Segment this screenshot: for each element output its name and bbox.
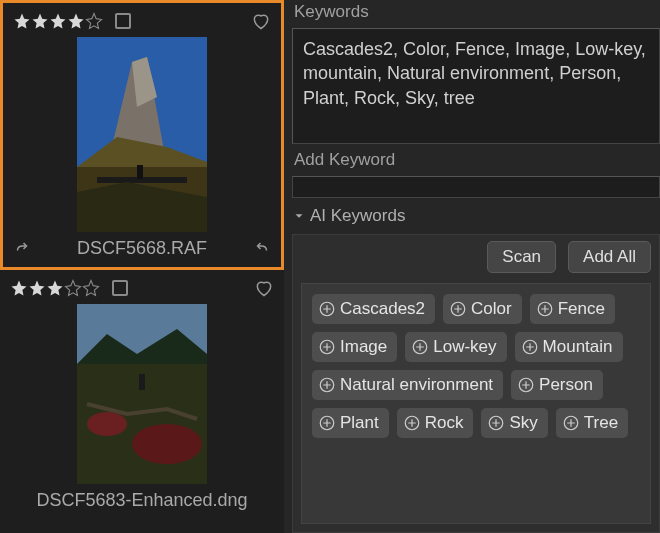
star-icon — [10, 279, 28, 297]
star-icon — [82, 279, 100, 297]
add-icon — [411, 338, 429, 356]
star-icon — [85, 12, 103, 30]
thumbnail-filename: DSCF5668.RAF — [31, 238, 253, 259]
heart-icon[interactable] — [251, 11, 271, 31]
tag-label: Rock — [425, 413, 464, 433]
ai-keywords-disclosure[interactable]: AI Keywords — [292, 204, 660, 228]
tag-label: Color — [471, 299, 512, 319]
star-icon — [28, 279, 46, 297]
add-icon — [562, 414, 580, 432]
ai-keyword-tag[interactable]: Low-key — [405, 332, 506, 362]
tag-label: Plant — [340, 413, 379, 433]
keywords-label: Keywords — [292, 2, 660, 22]
thumbnail-image[interactable] — [77, 304, 207, 484]
thumbnail-footer: DSCF5668.RAF — [9, 232, 275, 261]
thumbnail-card[interactable]: DSCF5668.RAF — [0, 0, 284, 270]
add-icon — [449, 300, 467, 318]
tag-label: Mountain — [543, 337, 613, 357]
thumbnail-footer: DSCF5683-Enhanced.dng — [6, 484, 278, 513]
svg-rect-6 — [137, 165, 143, 179]
add-icon — [403, 414, 421, 432]
star-icon — [67, 12, 85, 30]
tag-label: Fence — [558, 299, 605, 319]
add-icon — [318, 376, 336, 394]
ai-keyword-tag[interactable]: Natural environment — [312, 370, 503, 400]
ai-keyword-tag[interactable]: Rock — [397, 408, 474, 438]
add-icon — [318, 338, 336, 356]
star-icon — [49, 12, 67, 30]
ai-keyword-tag[interactable]: Image — [312, 332, 397, 362]
thumbnail-header — [9, 9, 275, 37]
star-icon — [13, 12, 31, 30]
heart-icon[interactable] — [254, 278, 274, 298]
metadata-panel: Keywords Cascades2, Color, Fence, Image,… — [284, 0, 660, 533]
tag-label: Image — [340, 337, 387, 357]
tag-label: Person — [539, 375, 593, 395]
undo-arrow-icon[interactable] — [13, 240, 31, 258]
add-icon — [536, 300, 554, 318]
ai-keyword-tag[interactable]: Sky — [481, 408, 547, 438]
star-icon — [64, 279, 82, 297]
add-keyword-input[interactable] — [292, 176, 660, 198]
svg-point-11 — [132, 424, 202, 464]
tag-label: Sky — [509, 413, 537, 433]
ai-keywords-label: AI Keywords — [310, 206, 405, 226]
add-icon — [487, 414, 505, 432]
keywords-field[interactable]: Cascades2, Color, Fence, Image, Low-key,… — [292, 28, 660, 144]
add-icon — [517, 376, 535, 394]
ai-keyword-tag[interactable]: Tree — [556, 408, 628, 438]
rating-stars[interactable] — [13, 12, 103, 30]
ai-actions-row: Scan Add All — [301, 241, 651, 273]
svg-rect-13 — [139, 374, 145, 390]
flag-checkbox[interactable] — [112, 280, 128, 296]
thumbnail-browser: DSCF5668.RAF DSCF5 — [0, 0, 284, 533]
star-icon — [31, 12, 49, 30]
scan-button[interactable]: Scan — [487, 241, 556, 273]
tag-label: Cascades2 — [340, 299, 425, 319]
ai-tags-area: Cascades2ColorFenceImageLow-keyMountainN… — [301, 283, 651, 524]
ai-keyword-tag[interactable]: Plant — [312, 408, 389, 438]
ai-keyword-tag[interactable]: Fence — [530, 294, 615, 324]
flag-checkbox[interactable] — [115, 13, 131, 29]
add-keyword-label: Add Keyword — [292, 150, 660, 170]
thumbnail-image[interactable] — [77, 37, 207, 232]
ai-keyword-tag[interactable]: Cascades2 — [312, 294, 435, 324]
thumbnail-card[interactable]: DSCF5683-Enhanced.dng — [0, 270, 284, 519]
ai-keyword-tag[interactable]: Mountain — [515, 332, 623, 362]
tag-label: Tree — [584, 413, 618, 433]
ai-keywords-panel: Scan Add All Cascades2ColorFenceImageLow… — [292, 234, 660, 533]
tag-label: Low-key — [433, 337, 496, 357]
add-icon — [318, 300, 336, 318]
ai-keyword-tag[interactable]: Color — [443, 294, 522, 324]
add-icon — [521, 338, 539, 356]
tag-label: Natural environment — [340, 375, 493, 395]
star-icon — [46, 279, 64, 297]
rating-stars[interactable] — [10, 279, 100, 297]
chevron-down-icon — [292, 209, 306, 223]
svg-point-12 — [87, 412, 127, 436]
redo-arrow-icon[interactable] — [253, 240, 271, 258]
add-all-button[interactable]: Add All — [568, 241, 651, 273]
thumbnail-header — [6, 276, 278, 304]
ai-keyword-tag[interactable]: Person — [511, 370, 603, 400]
add-icon — [318, 414, 336, 432]
thumbnail-filename: DSCF5683-Enhanced.dng — [10, 490, 274, 511]
